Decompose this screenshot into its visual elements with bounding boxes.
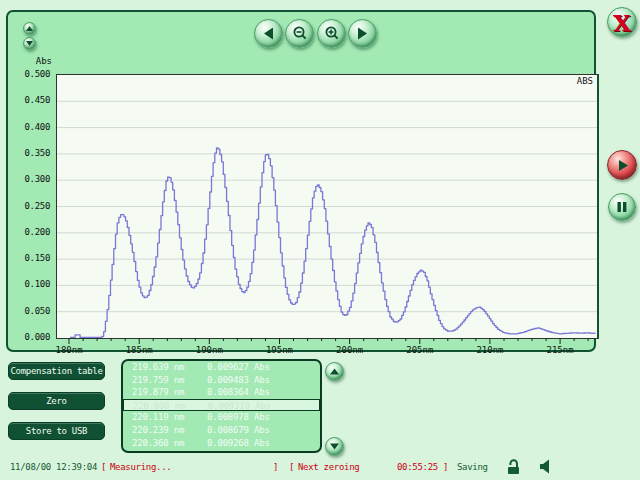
zoom-in-button[interactable]: [317, 19, 346, 48]
x-axis-tick-label: 210nm: [476, 345, 503, 355]
x-axis-tick-label: 180nm: [56, 345, 83, 355]
y-axis-unit-label: Abs: [8, 56, 52, 66]
start-measurement-button[interactable]: [607, 150, 637, 180]
down-arrow-icon: [329, 441, 340, 452]
absorbance-value: 0.009627 Abs: [207, 362, 270, 372]
y-axis-tick-label: 0.150: [24, 253, 50, 263]
zoom-out-button[interactable]: [285, 19, 314, 48]
measurement-row[interactable]: 219.759 nm 0.009483 Abs: [123, 374, 320, 387]
y-axis-tick-label: 0.200: [24, 227, 50, 237]
red-x-icon: X: [613, 11, 631, 34]
y-axis-tick-label: 0.500: [24, 69, 50, 79]
absorbance-value: 0.008679 Abs: [207, 425, 270, 435]
status-measuring: Measuring...: [110, 462, 171, 472]
x-axis-tick-label: 185nm: [126, 345, 153, 355]
measurement-row-selected[interactable]: 220.000 nm 0.009318 Abs: [123, 399, 320, 412]
absorbance-value: 0.009318 Abs: [208, 401, 271, 411]
absorbance-value: 0.008978 Abs: [207, 412, 270, 422]
left-arrow-icon: [261, 26, 276, 41]
up-arrow-icon: [329, 366, 340, 377]
absorbance-value: 0.008364 Abs: [207, 387, 270, 397]
measurement-row[interactable]: 220.119 nm 0.008978 Abs: [123, 411, 320, 424]
play-icon: [615, 158, 630, 173]
pause-measurement-button[interactable]: [608, 193, 636, 221]
right-arrow-icon: [355, 26, 370, 41]
down-arrow-icon: [25, 39, 34, 48]
zero-button[interactable]: Zero: [8, 392, 105, 410]
x-axis-tick-label: 200nm: [336, 345, 363, 355]
pan-left-button[interactable]: [254, 19, 283, 48]
absorbance-spectrum-chart: [57, 75, 597, 338]
wavelength-value: 219.639 nm: [132, 362, 184, 372]
close-button[interactable]: X: [607, 7, 637, 37]
status-bracket: [: [289, 462, 294, 472]
abs-scale-up-button[interactable]: [23, 22, 36, 35]
x-axis-tick-labels: 180nm185nm190nm195nm200nm205nm210nm215nm: [8, 345, 640, 357]
wavelength-value: 219.879 nm: [132, 387, 184, 397]
chart-mode-label: ABS: [577, 76, 593, 86]
status-saving: Saving: [457, 462, 488, 472]
x-axis-tick-label: 215nm: [547, 345, 574, 355]
y-axis-tick-label: 0.350: [24, 148, 50, 158]
open-padlock-icon[interactable]: [506, 459, 522, 475]
measurement-list: 219.639 nm 0.009627 Abs 219.759 nm 0.009…: [121, 359, 322, 453]
y-axis-tick-label: 0.450: [24, 95, 50, 105]
measurement-row[interactable]: 220.360 nm 0.009268 Abs: [123, 437, 320, 450]
status-next-zeroing-countdown: 00:55:25: [397, 462, 438, 472]
pan-right-button[interactable]: [348, 19, 377, 48]
magnifier-plus-icon: [323, 25, 340, 42]
measurement-row[interactable]: 220.239 nm 0.008679 Abs: [123, 424, 320, 437]
x-axis-tick-label: 205nm: [406, 345, 433, 355]
x-axis-tick-label: 195nm: [266, 345, 293, 355]
wavelength-value: 220.239 nm: [132, 425, 184, 435]
main-panel: Abs 0.0000.0500.1000.1500.2000.2500.3000…: [6, 10, 596, 352]
wavelength-value: 220.119 nm: [132, 412, 184, 422]
list-scroll-down-button[interactable]: [325, 437, 344, 456]
speaker-icon[interactable]: [539, 459, 550, 474]
list-scroll-up-button[interactable]: [325, 362, 344, 381]
absorbance-value: 0.009268 Abs: [207, 438, 270, 448]
y-axis-tick-labels: 0.0000.0500.1000.1500.2000.2500.3000.350…: [8, 74, 52, 337]
magnifier-minus-icon: [291, 25, 308, 42]
y-axis-tick-label: 0.100: [24, 279, 50, 289]
y-axis-tick-label: 0.300: [24, 174, 50, 184]
abs-scale-down-button[interactable]: [23, 37, 36, 50]
compensation-table-button[interactable]: Compensation table: [8, 362, 105, 380]
status-bracket: ]: [443, 462, 448, 472]
chart-plot-area: ABS: [56, 74, 599, 339]
absorbance-value: 0.009483 Abs: [207, 375, 270, 385]
y-axis-tick-label: 0.050: [24, 306, 50, 316]
pause-icon: [616, 201, 628, 213]
status-next-zeroing-label: Next zeroing: [298, 462, 359, 472]
up-arrow-icon: [25, 24, 34, 33]
measurement-row[interactable]: 219.639 nm 0.009627 Abs: [123, 361, 320, 374]
wavelength-value: 219.759 nm: [132, 375, 184, 385]
y-axis-tick-label: 0.000: [24, 332, 50, 342]
measurement-row[interactable]: 219.879 nm 0.008364 Abs: [123, 386, 320, 399]
wavelength-value: 220.000 nm: [133, 401, 185, 411]
y-axis-tick-label: 0.250: [24, 201, 50, 211]
status-bracket: [: [101, 462, 106, 472]
spectrophotometer-screen: Abs 0.0000.0500.1000.1500.2000.2500.3000…: [0, 0, 640, 480]
y-axis-tick-label: 0.400: [24, 122, 50, 132]
x-axis-tick-label: 190nm: [196, 345, 223, 355]
store-to-usb-button[interactable]: Store to USB: [8, 422, 105, 440]
status-datetime: 11/08/00 12:39:04: [10, 462, 97, 472]
wavelength-value: 220.360 nm: [132, 438, 184, 448]
status-bracket: ]: [273, 462, 278, 472]
